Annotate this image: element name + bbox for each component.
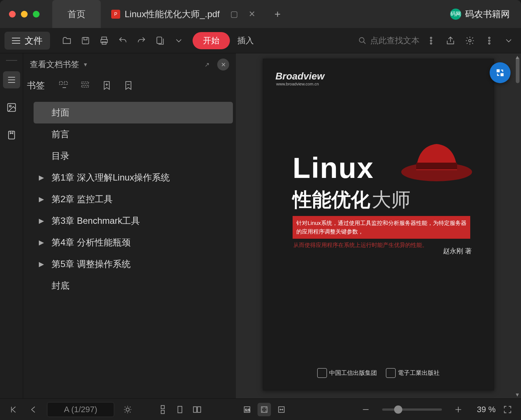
insert-menu-button[interactable]: 插入 bbox=[237, 35, 254, 46]
bookmark-item-label: 第4章 分析性能瓶颈 bbox=[52, 236, 131, 248]
first-page-icon[interactable] bbox=[7, 403, 20, 416]
rail-outline-icon[interactable] bbox=[3, 71, 20, 88]
tab-home[interactable]: 首页 bbox=[52, 0, 101, 28]
new-tab-button[interactable]: + bbox=[270, 7, 285, 22]
publisher-logo-text: Broadview bbox=[275, 70, 325, 82]
share-icon[interactable] bbox=[443, 33, 458, 48]
svg-rect-15 bbox=[8, 131, 14, 139]
dropdown-caret-icon[interactable]: ▼ bbox=[83, 62, 88, 68]
bookmark-item[interactable]: 目录 bbox=[34, 145, 233, 167]
detach-tab-icon[interactable]: ▢ bbox=[230, 9, 238, 19]
print-icon[interactable] bbox=[96, 33, 112, 48]
bookmark-item[interactable]: ▶第5章 调整操作系统 bbox=[34, 253, 233, 275]
bookmark-item-label: 第3章 Benchmark工具 bbox=[52, 215, 140, 227]
hamburger-icon bbox=[12, 38, 20, 44]
expand-arrow-icon[interactable]: ▶ bbox=[39, 217, 46, 225]
svg-point-8 bbox=[430, 43, 432, 44]
bookmark-item-label: 第2章 监控工具 bbox=[52, 193, 113, 205]
svg-point-9 bbox=[469, 39, 471, 42]
tab-document-label: Linux性能优化大师_.pdf bbox=[125, 8, 220, 20]
svg-rect-25 bbox=[178, 406, 182, 413]
expand-panel-icon[interactable]: ↗ bbox=[201, 59, 213, 70]
close-panel-icon[interactable]: ✕ bbox=[217, 59, 229, 70]
zoom-in-icon[interactable] bbox=[452, 403, 465, 416]
minimize-window-icon[interactable] bbox=[21, 11, 28, 18]
expand-arrow-icon[interactable]: ▶ bbox=[39, 195, 46, 203]
start-button[interactable]: 开始 bbox=[193, 32, 230, 49]
document-viewport[interactable]: Broadview www.broadview.com.cn Linux 性能优… bbox=[236, 53, 521, 398]
redo-icon[interactable] bbox=[134, 33, 149, 48]
two-page-icon[interactable] bbox=[190, 403, 204, 416]
collapse-ribbon-icon[interactable] bbox=[501, 33, 517, 48]
actual-size-icon[interactable]: 1:1 bbox=[240, 403, 254, 416]
search-placeholder: 点此查找文本 bbox=[370, 35, 419, 46]
file-menu-button[interactable]: 文件 bbox=[4, 32, 50, 50]
close-tab-icon[interactable]: ✕ bbox=[249, 9, 255, 19]
bookmark-item[interactable]: ▶第2章 监控工具 bbox=[34, 188, 233, 210]
fullscreen-icon[interactable] bbox=[501, 403, 514, 416]
bookmark-item[interactable]: ▶第3章 Benchmark工具 bbox=[34, 210, 233, 232]
fit-width-icon[interactable] bbox=[275, 403, 288, 416]
convert-icon[interactable] bbox=[152, 33, 168, 48]
zoom-out-icon[interactable] bbox=[359, 403, 372, 416]
open-folder-icon[interactable] bbox=[59, 33, 75, 48]
scroll-up-icon[interactable]: ▲ bbox=[515, 54, 520, 60]
bookmark-item-label: 第1章 深入理解Linux操作系统 bbox=[52, 172, 170, 184]
fit-page-icon[interactable] bbox=[258, 403, 271, 416]
tab-document[interactable]: P Linux性能优化大师_.pdf ▢ ✕ bbox=[101, 0, 263, 28]
search-input[interactable]: 点此查找文本 bbox=[358, 35, 419, 46]
floating-convert-button[interactable] bbox=[490, 62, 511, 83]
svg-rect-17 bbox=[64, 82, 67, 85]
svg-point-11 bbox=[489, 40, 490, 41]
vertical-scrollbar[interactable] bbox=[516, 57, 520, 83]
zoom-slider-thumb[interactable] bbox=[394, 405, 402, 414]
expand-all-icon[interactable] bbox=[57, 79, 70, 92]
bookmarks-sidebar: 查看文档书签 ▼ ↗ ✕ 书签 封面前言目录▶第1章 深入理解Linux操作系统… bbox=[23, 53, 236, 398]
rail-separator-icon bbox=[6, 60, 17, 61]
svg-rect-21 bbox=[416, 163, 457, 169]
svg-point-5 bbox=[359, 37, 364, 42]
prev-page-icon[interactable] bbox=[27, 403, 40, 416]
close-window-icon[interactable] bbox=[9, 11, 16, 18]
toolbar: 文件 开始 插入 点此查找文本 bbox=[0, 28, 521, 53]
add-bookmark-icon[interactable] bbox=[100, 79, 113, 92]
reading-mode-icon[interactable] bbox=[121, 403, 134, 416]
remove-bookmark-icon[interactable] bbox=[122, 79, 135, 92]
expand-arrow-icon[interactable]: ▶ bbox=[39, 260, 46, 268]
statusbar: A (1/297) 1:1 39 % bbox=[0, 398, 521, 420]
zoom-slider[interactable] bbox=[382, 408, 442, 411]
cover-tagline: 从而使得应用程序在系统上运行时能产生优异的性能。 bbox=[293, 241, 428, 250]
bookmark-item[interactable]: 前言 bbox=[34, 123, 233, 145]
bookmark-item-label: 封底 bbox=[52, 280, 69, 292]
kebab-icon[interactable] bbox=[481, 33, 497, 48]
single-page-icon[interactable] bbox=[173, 403, 187, 416]
dropdown-icon[interactable] bbox=[171, 33, 187, 48]
expand-arrow-icon[interactable]: ▶ bbox=[39, 173, 46, 182]
brand-badge-icon: 码网 bbox=[450, 9, 461, 20]
bookmark-toolbar: 书签 bbox=[23, 76, 236, 95]
bookmark-item[interactable]: ▶第1章 深入理解Linux操作系统 bbox=[34, 167, 233, 188]
zoom-level-label: 39 % bbox=[477, 405, 496, 414]
rail-thumbnails-icon[interactable] bbox=[3, 99, 20, 116]
subtitle-bold: 性能优化 bbox=[293, 187, 370, 213]
page-canvas: Broadview www.broadview.com.cn Linux 性能优… bbox=[263, 59, 494, 391]
settings-icon[interactable] bbox=[462, 33, 478, 48]
bookmark-list: 封面前言目录▶第1章 深入理解Linux操作系统▶第2章 监控工具▶第3章 Be… bbox=[23, 95, 236, 398]
scroll-down-icon[interactable]: ▼ bbox=[515, 392, 520, 398]
bookmark-item-label: 目录 bbox=[52, 150, 69, 162]
more-vertical-icon[interactable] bbox=[423, 33, 439, 48]
maximize-window-icon[interactable] bbox=[33, 11, 40, 18]
expand-arrow-icon[interactable]: ▶ bbox=[39, 238, 46, 247]
bookmark-item[interactable]: 封底 bbox=[34, 275, 233, 297]
page-number-input[interactable]: A (1/297) bbox=[47, 402, 114, 417]
rail-attachments-icon[interactable] bbox=[3, 126, 20, 144]
book-title: Linux bbox=[293, 151, 374, 185]
bookmark-item-label: 第5章 调整操作系统 bbox=[52, 258, 131, 270]
continuous-view-icon[interactable] bbox=[156, 403, 169, 416]
collapse-all-icon[interactable] bbox=[78, 79, 92, 92]
save-icon[interactable] bbox=[78, 33, 93, 48]
bookmark-item[interactable]: ▶第4章 分析性能瓶颈 bbox=[34, 232, 233, 253]
undo-icon[interactable] bbox=[115, 33, 131, 48]
bookmark-item[interactable]: 封面 bbox=[34, 102, 233, 123]
svg-rect-23 bbox=[161, 405, 165, 409]
